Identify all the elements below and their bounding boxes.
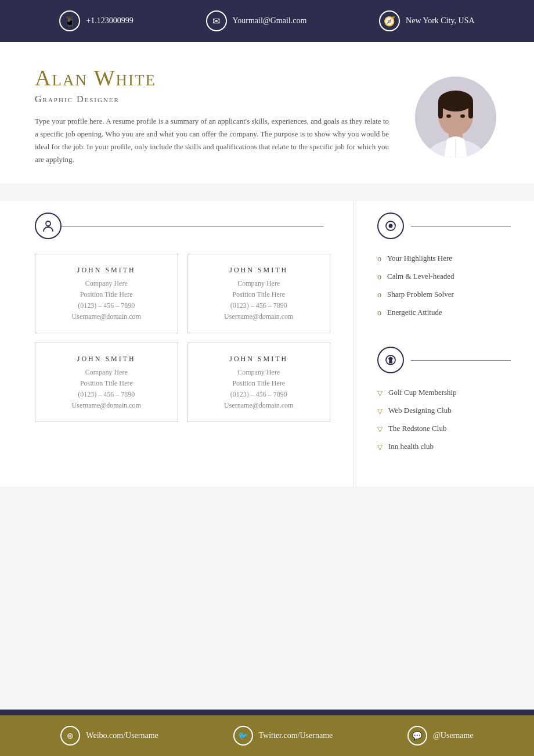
ref-name-4: John Smith (196, 355, 322, 363)
ref-name-1: John Smith (44, 266, 169, 275)
svg-point-12 (389, 224, 393, 228)
wechat-text: @Username (433, 731, 474, 740)
ref-position-1: Position Title Here (44, 290, 169, 299)
highlight-svg (384, 219, 397, 232)
profile-section: Alan White Graphic Designer Type your pr… (0, 42, 534, 183)
ref-email-4: Username@domain.com (196, 401, 322, 410)
ref-email-3: Username@domain.com (44, 401, 169, 410)
profile-photo (412, 71, 499, 164)
tri-bullet-4: ▽ (377, 443, 383, 452)
ref-position-4: Position Title Here (196, 379, 322, 388)
ref-card-3: John Smith Company Here Position Title H… (35, 343, 178, 422)
phone-icon: 📱 (59, 10, 80, 31)
svg-rect-6 (468, 101, 473, 118)
footer-bar: ⊕ Weibo.com/Username 🐦 Twitter.com/Usern… (0, 715, 534, 756)
membership-text-2: Web Designing Club (388, 406, 452, 415)
ref-phone-2: (0123) – 456 – 7890 (196, 301, 322, 310)
tri-bullet-3: ▽ (377, 425, 383, 434)
reference-grid: John Smith Company Here Position Title H… (35, 254, 330, 422)
membership-item-1: ▽ Golf Cup Membership (377, 388, 511, 398)
svg-rect-14 (389, 361, 392, 363)
ref-company-4: Company Here (196, 368, 322, 377)
footer-twitter: 🐦 Twitter.com/Username (233, 726, 333, 746)
ref-company-2: Company Here (196, 279, 322, 288)
ref-email-2: Username@domain.com (196, 312, 322, 321)
footer-weibo: ⊕ Weibo.com/Username (60, 726, 158, 746)
twitter-icon: 🐦 (233, 726, 253, 746)
svg-point-10 (46, 221, 50, 226)
ref-phone-4: (0123) – 456 – 7890 (196, 390, 322, 399)
main-content: Alan White Graphic Designer Type your pr… (0, 42, 534, 710)
wechat-icon: 💬 (407, 726, 427, 746)
memberships-icon (377, 347, 404, 373)
header-bar: 📱 +1.123000999 ✉ Yourmail@Gmail.com 🧭 Ne… (0, 0, 534, 42)
svg-rect-5 (438, 101, 443, 118)
ref-position-3: Position Title Here (44, 379, 169, 388)
gap-section (0, 183, 534, 201)
highlight-text-4: Energetic Attitude (387, 308, 442, 317)
header-phone: 📱 +1.123000999 (59, 10, 133, 31)
weibo-icon: ⊕ (60, 726, 80, 746)
highlight-list: o Your Highlights Here o Calm & Level-he… (377, 254, 511, 318)
ref-card-1: John Smith Company Here Position Title H… (35, 254, 178, 333)
highlight-item-3: o Sharp Problem Solver (377, 290, 511, 300)
ref-email-1: Username@domain.com (44, 312, 169, 321)
svg-point-8 (460, 114, 465, 118)
profile-name: Alan White (35, 65, 389, 91)
ref-phone-1: (0123) – 456 – 7890 (44, 301, 169, 310)
weibo-text: Weibo.com/Username (86, 731, 158, 740)
twitter-text: Twitter.com/Username (259, 731, 333, 740)
two-col-section: John Smith Company Here Position Title H… (0, 201, 534, 487)
membership-item-4: ▽ Inn health club (377, 442, 511, 452)
person-icon (35, 213, 62, 239)
profile-bio: Type your profile here. A resume profile… (35, 115, 389, 166)
bullet-3: o (377, 290, 381, 300)
ref-name-3: John Smith (44, 355, 169, 363)
ref-name-2: John Smith (196, 266, 322, 275)
person-svg (42, 219, 55, 232)
location-text: New York City, USA (406, 16, 475, 26)
header-location: 🧭 New York City, USA (379, 10, 475, 31)
email-icon: ✉ (206, 10, 227, 31)
profile-avatar-svg (415, 77, 496, 158)
svg-point-7 (446, 114, 451, 118)
highlight-text-2: Calm & Level-headed (387, 272, 454, 281)
ref-card-4: John Smith Company Here Position Title H… (187, 343, 331, 422)
profile-text: Alan White Graphic Designer Type your pr… (35, 65, 389, 166)
highlight-item-1: o Your Highlights Here (377, 254, 511, 264)
ref-card-2: John Smith Company Here Position Title H… (187, 254, 331, 333)
membership-list: ▽ Golf Cup Membership ▽ Web Designing Cl… (377, 388, 511, 452)
highlights-line (411, 226, 511, 227)
highlights-icon (377, 213, 404, 239)
memberships-line (411, 360, 511, 361)
references-section-header (35, 213, 330, 239)
phone-text: +1.123000999 (86, 16, 133, 26)
membership-svg (384, 354, 397, 366)
membership-item-2: ▽ Web Designing Club (377, 406, 511, 416)
tri-bullet-1: ▽ (377, 389, 383, 398)
ref-position-2: Position Title Here (196, 290, 322, 299)
footer-wechat: 💬 @Username (407, 726, 474, 746)
highlight-item-4: o Energetic Attitude (377, 308, 511, 318)
bullet-1: o (377, 254, 381, 264)
left-column: John Smith Company Here Position Title H… (0, 201, 354, 487)
highlight-text-1: Your Highlights Here (387, 254, 452, 263)
memberships-section-header (377, 347, 511, 373)
header-email: ✉ Yourmail@Gmail.com (206, 10, 307, 31)
profile-title: Graphic Designer (35, 94, 389, 105)
bullet-2: o (377, 272, 381, 282)
highlights-section-header (377, 213, 511, 239)
right-column: o Your Highlights Here o Calm & Level-he… (354, 201, 534, 487)
spacer (377, 329, 511, 347)
membership-text-1: Golf Cup Membership (388, 388, 457, 397)
highlight-item-2: o Calm & Level-headed (377, 272, 511, 282)
membership-text-3: The Redstone Club (388, 424, 446, 433)
tri-bullet-2: ▽ (377, 407, 383, 416)
references-line (62, 226, 323, 227)
svg-point-4 (438, 91, 473, 111)
email-text: Yourmail@Gmail.com (233, 16, 307, 26)
bullet-4: o (377, 308, 381, 318)
ref-company-3: Company Here (44, 368, 169, 377)
membership-text-4: Inn health club (388, 442, 434, 451)
membership-item-3: ▽ The Redstone Club (377, 424, 511, 434)
